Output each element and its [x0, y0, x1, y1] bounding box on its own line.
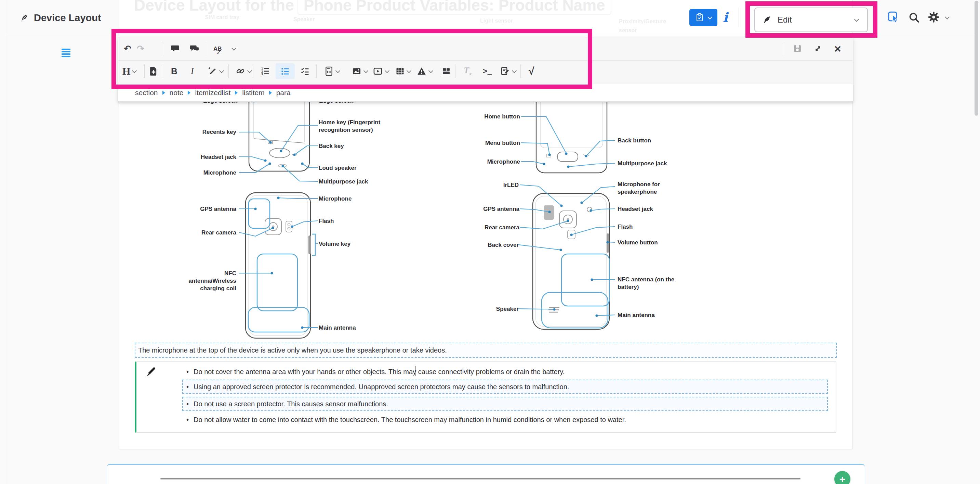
diagram-label: sensor — [619, 27, 637, 34]
diagram-label: Recents key — [202, 128, 236, 136]
next-section-panel[interactable] — [107, 464, 865, 484]
breadcrumb-item-section[interactable]: section — [135, 89, 158, 97]
diagram-label: Home button — [484, 113, 520, 120]
diagram-label: GPS antenna — [483, 205, 519, 213]
page-title-wrap: Device Layout — [20, 12, 101, 24]
list-item-filtered[interactable]: •Do not use a screen protector. This cau… — [182, 397, 828, 411]
diagram-label: SIM card tray — [205, 14, 239, 21]
breadcrumb-separator — [188, 91, 191, 95]
annotation-box-toolbar — [111, 29, 592, 89]
page-title: Device Layout — [34, 12, 101, 24]
diagram-label: Loud speaker — [319, 164, 356, 172]
diagram-label: Headset jack — [201, 153, 236, 161]
diagram-label: Back cover — [488, 241, 519, 249]
diagram-label: NFC antenna/Wireless charging coil — [175, 270, 236, 292]
list-item[interactable]: •Do not allow water to come into contact… — [186, 415, 828, 424]
bullet-text: Do not use a screen protector. This caus… — [194, 399, 388, 408]
scrollbar-thumb[interactable] — [975, 1, 978, 116]
diagram-label: GPS antenna — [200, 205, 236, 213]
faded-topic-heading: Device Layout for thePhone Product Varia… — [134, 0, 611, 15]
list-item-filtered[interactable]: •Using an approved screen protector is r… — [182, 380, 828, 394]
note-admonition: •Do not cover the antenna area with your… — [135, 361, 836, 433]
diagram-label: Microphone — [487, 158, 520, 166]
diagram-label: Speaker — [496, 305, 519, 313]
diagram-label: Back button — [617, 137, 651, 144]
text-cursor-caret — [415, 366, 415, 376]
diagram-label: Microphone — [319, 195, 352, 203]
diagram-label: Flash — [319, 217, 334, 225]
bullet-text: Do not allow water to come into contact … — [194, 415, 626, 424]
breadcrumb-separator — [235, 91, 238, 95]
breadcrumb-separator — [162, 91, 165, 95]
note-bullet-list: •Do not cover the antenna area with your… — [186, 367, 828, 424]
info-icon[interactable]: i — [723, 10, 728, 25]
annotation-box-edit-dropdown — [745, 2, 877, 38]
element-select-icon[interactable] — [888, 11, 900, 24]
diagram-label: Light sensor — [480, 18, 513, 24]
diagram-label: Microphone for speakerphone — [617, 181, 671, 196]
fullscreen-icon[interactable] — [813, 39, 823, 58]
bottom-panel-divider — [161, 478, 800, 479]
diagram-label: Flash — [617, 223, 633, 231]
diagram-label: Rear camera — [485, 224, 519, 232]
breadcrumb-item-note[interactable]: note — [170, 89, 184, 97]
pencil-note-icon — [145, 367, 157, 378]
diagram-label: Microphone — [204, 169, 236, 177]
bullet-text: Using an approved screen protector is re… — [194, 382, 569, 391]
bullet-text: Do not cover the antenna area with your … — [194, 367, 565, 376]
diagram-label: Menu button — [485, 139, 520, 147]
diagram-label: Volume button — [617, 239, 658, 246]
menu-toggle-icon[interactable] — [62, 49, 70, 58]
breadcrumb-item-listitem[interactable]: listitem — [242, 89, 264, 97]
breadcrumb-item-itemizedlist[interactable]: itemizedlist — [195, 89, 231, 97]
clipboard-check-icon — [695, 13, 704, 22]
diagram-label: Home key (Fingerprint recognition sensor… — [319, 119, 389, 134]
diagram-label: Main antenna — [617, 311, 655, 319]
diagram-label: Speaker — [293, 16, 315, 22]
diagram-label: Back key — [319, 142, 344, 150]
diagram-label: Multipurpose jack — [617, 160, 667, 168]
breadcrumb-item-para[interactable]: para — [276, 89, 291, 97]
diagram-label: Volume key — [319, 240, 350, 248]
selected-paragraph[interactable]: The microphone at the top of the device … — [135, 343, 837, 358]
app-root: Device Layout for thePhone Product Varia… — [0, 0, 980, 484]
diagram-label: Proximity/Gesture — [619, 19, 666, 25]
list-item[interactable]: •Do not cover the antenna area with your… — [186, 367, 828, 376]
faded-variable-chip: Phone Product Variables: Product Name — [298, 0, 611, 15]
left-rail-border — [6, 0, 6, 484]
gear-icon[interactable] — [928, 11, 940, 23]
save-button[interactable] — [792, 39, 802, 58]
diagram-label: IrLED — [503, 181, 519, 189]
review-tasks-button[interactable] — [689, 9, 718, 26]
diagram-label: Multipurpose jack — [319, 178, 368, 185]
close-icon[interactable]: × — [834, 39, 841, 58]
diagram-label: NFC antenna (on the battery) — [617, 276, 681, 291]
feather-topic-icon — [20, 13, 29, 22]
faded-heading-prefix: Device Layout for the — [134, 0, 294, 14]
diagram-label: Main antenna — [319, 324, 356, 332]
diagram-label: Headset jack — [617, 205, 653, 213]
breadcrumb-separator — [269, 91, 272, 95]
diagram-label: Rear camera — [201, 229, 236, 236]
search-icon[interactable] — [908, 12, 920, 23]
